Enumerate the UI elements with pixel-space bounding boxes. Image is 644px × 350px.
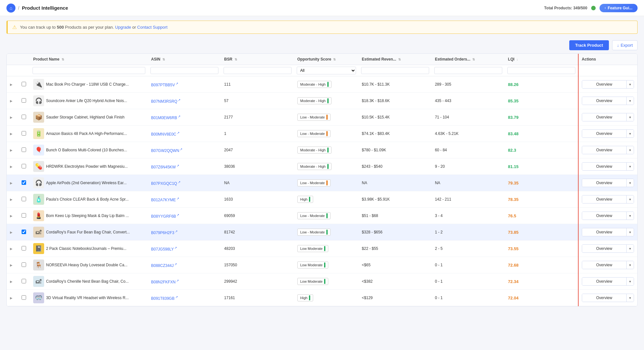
overview-caret-button[interactable]: ▾ (627, 97, 634, 105)
product-name-cell: 🥽 3D Virtual Reality VR Headset with Wir… (30, 290, 148, 306)
orders-filter[interactable] (434, 67, 502, 74)
overview-button[interactable]: Overview (582, 278, 627, 285)
filter-product-name: ▼ (30, 65, 148, 76)
export-button[interactable]: ↓ Export (612, 40, 638, 50)
overview-caret-button[interactable]: ▾ (627, 113, 634, 121)
overview-button[interactable]: Overview (582, 228, 627, 236)
lqi-filter[interactable] (507, 67, 575, 74)
overview-button[interactable]: Overview (582, 179, 627, 187)
row-checkbox[interactable] (22, 147, 26, 152)
row-checkbox[interactable] (22, 230, 26, 234)
product-name: 3D Virtual Reality VR Headset with Wirel… (46, 296, 129, 300)
expand-button[interactable]: ▶ (10, 99, 13, 103)
asin-link[interactable]: B00MNV8E0C↗ (151, 132, 179, 137)
home-icon[interactable]: ⌂ (6, 4, 15, 13)
asin-link[interactable]: B08N2FKFXN↗ (151, 280, 179, 284)
asin-link[interactable]: B079P6H2F3↗ (151, 231, 178, 235)
asin-link[interactable]: B097PTBB5V↗ (151, 83, 178, 87)
overview-caret-button[interactable]: ▾ (627, 146, 634, 154)
row-checkbox[interactable] (22, 246, 26, 251)
expand-button[interactable]: ▶ (10, 165, 13, 168)
row-checkbox[interactable] (22, 131, 26, 136)
expand-button[interactable]: ▶ (10, 231, 13, 234)
asin-link[interactable]: B08YYGRF6B↗ (151, 214, 179, 219)
overview-button[interactable]: Overview (582, 245, 627, 252)
overview-button[interactable]: Overview (582, 163, 627, 170)
overview-caret-button[interactable]: ▾ (627, 163, 634, 170)
row-checkbox[interactable] (22, 262, 26, 267)
bsr-header[interactable]: BSR ⇅ (221, 54, 294, 65)
asin-filter[interactable] (150, 67, 218, 74)
expand-button[interactable]: ▶ (10, 148, 13, 152)
overview-caret-button[interactable]: ▾ (627, 228, 634, 236)
expand-button[interactable]: ▶ (10, 263, 13, 267)
asin-link[interactable]: B07NM3RSRQ↗ (151, 99, 180, 104)
estimated-orders-value: 0 - 1 (435, 296, 443, 300)
overview-caret-button[interactable]: ▾ (627, 261, 634, 269)
row-checkbox[interactable] (22, 115, 26, 119)
bsr-filter[interactable] (224, 67, 292, 74)
product-name-filter[interactable] (33, 67, 145, 74)
estimated-orders-header[interactable]: Estimated Orders... ⇅ (432, 54, 505, 65)
product-name-header[interactable]: Product Name ⇅ (30, 54, 148, 65)
asin-link[interactable]: B01M0EW6RB↗ (151, 116, 180, 120)
product-name: HRDWRK Electrolytes Powder with Magnesiu… (46, 164, 128, 169)
product-thumbnail: 🔌 (33, 79, 44, 90)
asin-link[interactable]: B088CZ344J↗ (151, 263, 177, 268)
overview-caret-button[interactable]: ▾ (627, 245, 634, 252)
feature-guide-button[interactable]: ‹ Feature Gui... (600, 4, 638, 12)
asin-link[interactable]: B07PXGQC1Q↗ (151, 181, 180, 186)
row-checkbox[interactable] (22, 279, 26, 283)
expand-button[interactable]: ▶ (10, 214, 13, 218)
expand-button[interactable]: ▶ (10, 116, 13, 119)
overview-button[interactable]: Overview (582, 97, 627, 105)
expand-button[interactable]: ▶ (10, 83, 13, 86)
overview-button[interactable]: Overview (582, 130, 627, 137)
filter-opportunity: All Low Low - Moderate Low Moderate Mode… (294, 65, 359, 76)
overview-caret-button[interactable]: ▾ (627, 179, 634, 187)
opportunity-filter[interactable]: All Low Low - Moderate Low Moderate Mode… (297, 67, 356, 74)
lqi-header[interactable]: LQI ↓ (505, 54, 578, 65)
row-checkbox[interactable] (22, 98, 26, 103)
overview-button[interactable]: Overview (582, 195, 627, 203)
expand-button[interactable]: ▶ (10, 198, 13, 201)
overview-button[interactable]: Overview (582, 261, 627, 269)
upgrade-link[interactable]: Upgrade (115, 25, 131, 30)
row-checkbox[interactable] (22, 82, 26, 86)
overview-caret-button[interactable]: ▾ (627, 212, 634, 220)
overview-caret-button[interactable]: ▾ (627, 130, 634, 137)
overview-caret-button[interactable]: ▾ (627, 294, 634, 302)
asin-link[interactable]: B07GW2QQWN↗ (151, 148, 182, 153)
overview-caret-button[interactable]: ▾ (627, 195, 634, 203)
estimated-revenue-header[interactable]: Estimated Reven... ⇅ (359, 54, 432, 65)
overview-caret-button[interactable]: ▾ (627, 278, 634, 285)
opportunity-score-header[interactable]: Opportunity Score ⇅ (294, 54, 359, 65)
expand-button[interactable]: ▶ (10, 280, 13, 283)
asin-link[interactable]: B012A7KYME↗ (151, 198, 179, 202)
overview-button[interactable]: Overview (582, 80, 627, 88)
contact-support-link[interactable]: Contact Support (137, 25, 168, 30)
expand-cell: ▶ (7, 257, 18, 273)
row-checkbox[interactable] (22, 213, 26, 218)
asin-link[interactable]: B07Z6N45KW↗ (151, 165, 179, 169)
row-checkbox[interactable] (22, 197, 26, 201)
row-checkbox[interactable] (22, 180, 26, 185)
estimated-revenue-cell: $51 - $68 (359, 208, 432, 224)
expand-button[interactable]: ▶ (10, 181, 13, 185)
row-checkbox[interactable] (22, 164, 26, 168)
asin-header[interactable]: ASIN ⇅ (148, 54, 221, 65)
revenue-filter[interactable] (361, 67, 429, 74)
overview-caret-button[interactable]: ▾ (627, 80, 634, 88)
overview-button[interactable]: Overview (582, 294, 627, 302)
overview-button[interactable]: Overview (582, 113, 627, 121)
overview-button[interactable]: Overview (582, 212, 627, 220)
overview-button[interactable]: Overview (582, 146, 627, 154)
asin-link[interactable]: B091T839GB↗ (151, 296, 178, 301)
asin-link[interactable]: B07JG598LY↗ (151, 247, 177, 251)
row-checkbox[interactable] (22, 295, 26, 300)
expand-button[interactable]: ▶ (10, 132, 13, 136)
track-product-button[interactable]: Track Product (569, 40, 609, 50)
expand-button[interactable]: ▶ (10, 296, 13, 300)
opportunity-label: Low - Moderate (300, 181, 325, 185)
expand-button[interactable]: ▶ (10, 247, 13, 251)
